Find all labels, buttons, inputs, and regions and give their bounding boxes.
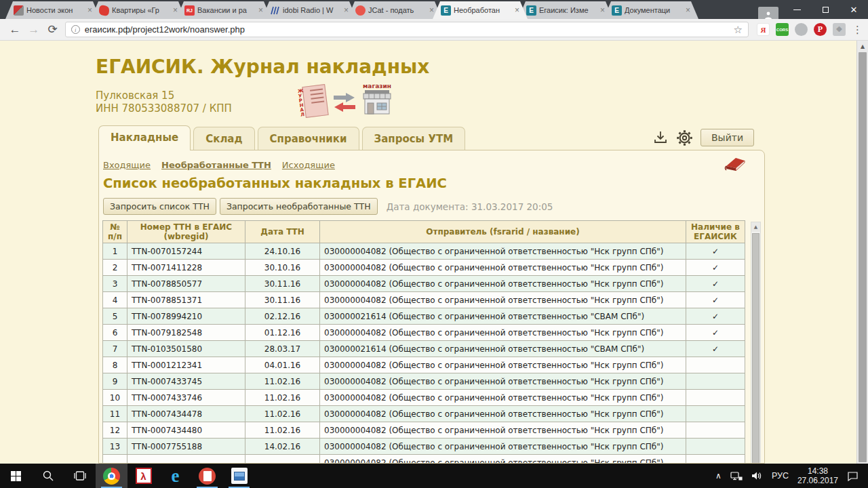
help-book-icon[interactable]: [722, 156, 747, 174]
nav-tab-active[interactable]: Накладные: [98, 125, 191, 150]
cell-check: [686, 406, 745, 422]
cell-sender: 030000004082 (Общество с ограниченной от…: [320, 276, 686, 292]
cell-check: [686, 455, 745, 464]
browser-tab[interactable]: idobi Radio | W×: [262, 1, 357, 19]
start-button[interactable]: [0, 464, 32, 488]
tab-title: Квартиры «Гр: [112, 6, 170, 14]
table-scrollbar-thumb[interactable]: [752, 233, 760, 464]
browser-tab[interactable]: Новости экон×: [5, 1, 100, 19]
network-icon[interactable]: [730, 471, 743, 481]
close-icon: ✕: [850, 5, 858, 15]
scroll-up-icon[interactable]: ▲: [751, 222, 760, 232]
table-scrollbar[interactable]: ▲: [751, 222, 761, 464]
tab-close-icon[interactable]: ×: [173, 6, 178, 14]
browser-tab[interactable]: JCat - подать×: [347, 1, 442, 19]
cors-extension-icon[interactable]: CORS: [776, 23, 789, 36]
cell-date: 11.02.16: [245, 373, 320, 390]
url-text[interactable]: егаисик.рф/project12work/noanswer.php: [85, 24, 734, 35]
taskbar-acrobat-button[interactable]: λ: [127, 464, 159, 488]
reload-button[interactable]: ⟳: [43, 22, 62, 37]
cell-n: 5: [103, 308, 127, 325]
taskbar-ie-button[interactable]: e: [159, 464, 191, 488]
cell-n: 1: [103, 243, 127, 260]
download-icon[interactable]: [652, 129, 669, 146]
cell-ttn: TTN-0071411228: [127, 260, 245, 276]
browser-menu-icon[interactable]: ⋮: [852, 24, 863, 36]
volume-icon[interactable]: [751, 471, 763, 481]
action-center-icon[interactable]: [847, 471, 859, 481]
cell-date: 30.11.16: [245, 276, 320, 292]
pinterest-extension-icon[interactable]: P: [814, 23, 827, 36]
logout-button[interactable]: Выйти: [701, 129, 754, 146]
page-scrollbar-thumb[interactable]: [859, 52, 867, 462]
egais-favicon: Е: [441, 5, 451, 16]
window-controls: ✕: [758, 0, 868, 19]
browser-tab[interactable]: ЕНеобработан×: [433, 1, 528, 19]
taskbar-chrome-button[interactable]: [96, 464, 127, 488]
table-row: 5TTN-007899421002.12.16030000021614 (Общ…: [103, 308, 745, 325]
taskbar-photo-app-button[interactable]: [223, 464, 255, 488]
windows-taskbar: λ e ∧ РУС 14:38 27.06.2017: [0, 464, 868, 488]
cell-ttn: TTN-0078851371: [127, 292, 245, 308]
cell-n: 7: [103, 341, 127, 357]
back-button[interactable]: ←: [5, 23, 24, 37]
tab-close-icon[interactable]: ×: [87, 6, 92, 14]
nav-tab-item[interactable]: Склад: [193, 127, 254, 150]
windows-logo-icon: [11, 471, 21, 481]
nav-tab-item[interactable]: Запросы УТМ: [362, 127, 466, 150]
browser-toolbar: ← → ⟳ i егаисик.рф/project12work/noanswe…: [0, 19, 868, 41]
cell-n: 6: [103, 325, 127, 341]
request-ttn-list-button[interactable]: Запросить список ТТН: [103, 198, 216, 215]
top-actions: Выйти: [652, 129, 754, 146]
close-button[interactable]: ✕: [840, 0, 868, 19]
forward-button[interactable]: →: [24, 23, 43, 37]
taskbar-notes-app-button[interactable]: [191, 464, 223, 488]
cell-ttn: TTN-0007434480: [127, 422, 245, 439]
taskbar-search-button[interactable]: [32, 464, 64, 488]
page-scrollbar[interactable]: ▲: [856, 41, 868, 464]
page-info-icon[interactable]: i: [71, 25, 80, 34]
rds-extension-icon[interactable]: ❖: [833, 23, 846, 36]
clock[interactable]: 14:38 27.06.2017: [797, 466, 838, 485]
photo-app-icon: [231, 468, 248, 484]
browser-tab[interactable]: ЕЕгаисик: Изме×: [518, 1, 613, 19]
browser-tab[interactable]: RJВакансии и ра×: [176, 1, 271, 19]
table-row: 3TTN-007885057730.11.16030000004082 (Общ…: [103, 276, 745, 292]
subnav-link[interactable]: Входящие: [103, 160, 151, 170]
tab-close-icon[interactable]: ×: [600, 6, 605, 14]
tab-close-icon[interactable]: ×: [686, 6, 690, 14]
section-heading: Список необработанных накладных в ЕГАИС: [103, 176, 764, 191]
bookmark-star-icon[interactable]: ☆: [734, 24, 743, 36]
task-view-button[interactable]: [64, 464, 96, 488]
yandex-extension-icon[interactable]: Я: [757, 23, 770, 36]
cell-check: [686, 422, 745, 439]
lightshot-extension-icon[interactable]: [795, 23, 808, 36]
browser-tab[interactable]: Квартиры «Гр×: [91, 1, 186, 19]
profile-avatar-icon[interactable]: [758, 7, 778, 19]
table-row: 030000004082 (Общество с ограниченной от…: [103, 455, 745, 464]
page-scroll-up-icon[interactable]: ▲: [857, 41, 868, 52]
cell-n: 3: [103, 276, 127, 292]
browser-tab[interactable]: ЕДокументаци×: [604, 1, 698, 19]
tab-close-icon[interactable]: ×: [344, 6, 349, 14]
maximize-button[interactable]: [811, 0, 840, 19]
tab-close-icon[interactable]: ×: [429, 6, 434, 14]
jcat-favicon: [355, 5, 366, 16]
subnav-link[interactable]: Исходящие: [282, 160, 335, 170]
request-unprocessed-ttn-button[interactable]: Запросить необработанные ТТН: [220, 198, 378, 215]
tab-close-icon[interactable]: ×: [258, 6, 263, 14]
minimize-button[interactable]: [783, 0, 811, 19]
cell-sender: 030000004082 (Общество с ограниченной от…: [320, 390, 686, 406]
tab-close-icon[interactable]: ×: [515, 6, 519, 14]
settings-gear-icon[interactable]: [676, 129, 693, 146]
subnav-link[interactable]: Необработанные ТТН: [161, 160, 271, 170]
nav-tab-item[interactable]: Справочники: [258, 127, 359, 150]
cell-check: ✓: [686, 308, 745, 325]
cell-sender: 030000004082 (Общество с ограниченной от…: [320, 422, 686, 439]
cell-date: 30.10.16: [245, 260, 320, 276]
company-inn: ИНН 780533088707 / КПП: [96, 102, 232, 115]
cell-n: 13: [103, 439, 127, 455]
language-indicator[interactable]: РУС: [772, 471, 789, 481]
address-bar[interactable]: i егаисик.рф/project12work/noanswer.php …: [65, 22, 749, 37]
tray-expand-icon[interactable]: ∧: [715, 471, 722, 481]
